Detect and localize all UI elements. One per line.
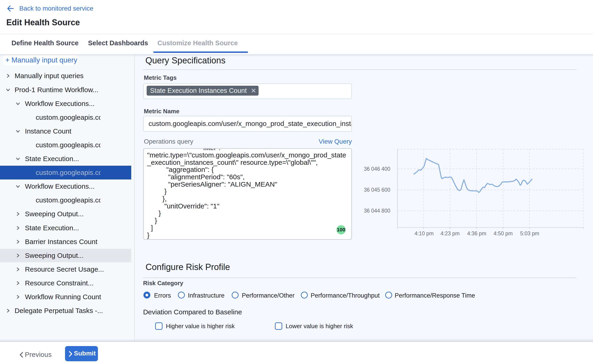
- svg-text:36 044 800: 36 044 800: [364, 208, 390, 214]
- svg-text:36 045 600: 36 045 600: [364, 187, 390, 193]
- svg-text:5:03 pm: 5:03 pm: [520, 230, 539, 236]
- svg-text:4:36 pm: 4:36 pm: [467, 230, 486, 236]
- svg-text:4:10 pm: 4:10 pm: [414, 230, 433, 236]
- svg-text:4:50 pm: 4:50 pm: [494, 230, 513, 236]
- svg-text:4:23 pm: 4:23 pm: [440, 230, 459, 236]
- svg-text:36 046 400: 36 046 400: [364, 166, 390, 172]
